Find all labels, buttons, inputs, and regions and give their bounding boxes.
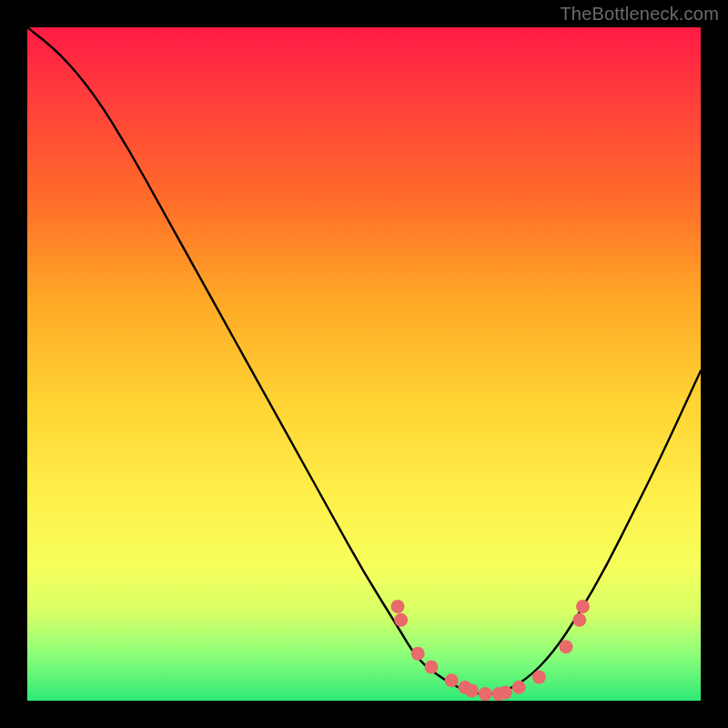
- plot-area: [27, 27, 701, 701]
- marker-dot: [391, 600, 405, 613]
- curve-line: [27, 27, 701, 694]
- marker-dot: [445, 673, 459, 687]
- marker-dot: [479, 687, 492, 701]
- marker-dot: [465, 683, 479, 697]
- marker-dot: [394, 613, 408, 627]
- chart-svg: [27, 27, 701, 701]
- marker-dot: [499, 686, 512, 700]
- watermark-text: TheBottleneck.com: [560, 4, 719, 25]
- marker-dot: [572, 613, 586, 627]
- chart-frame: TheBottleneck.com: [0, 0, 728, 728]
- marker-dot: [576, 600, 590, 613]
- marker-dot: [532, 671, 546, 684]
- marker-dot: [560, 640, 573, 653]
- marker-dot: [425, 661, 439, 674]
- marker-dot: [512, 681, 526, 694]
- marker-dot: [411, 647, 425, 661]
- curve-markers: [391, 600, 591, 701]
